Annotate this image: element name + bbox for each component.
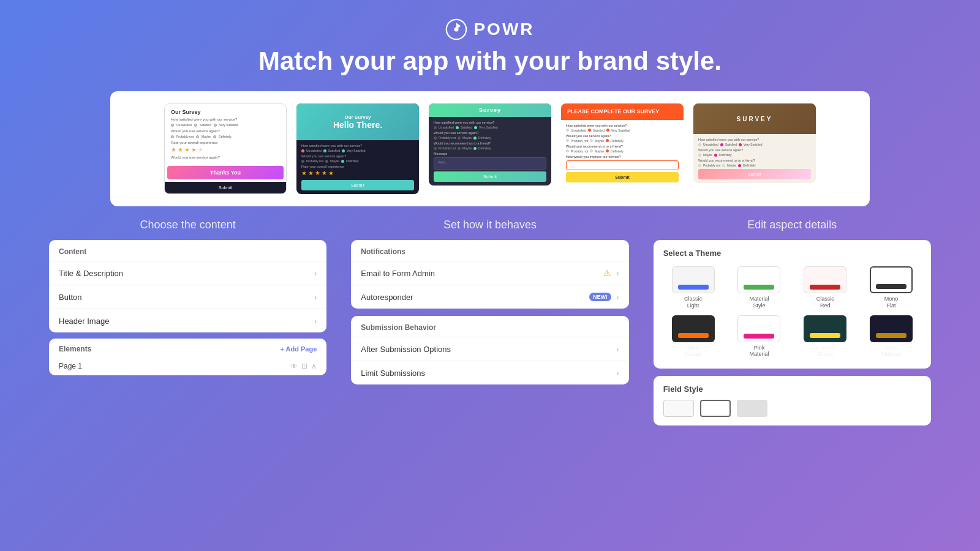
color-bar	[876, 284, 907, 289]
field-style-option-2[interactable]	[700, 400, 731, 417]
button-row[interactable]: Button ›	[49, 285, 326, 309]
field-style-options	[663, 400, 921, 417]
q1-label: How satisfied were you with our service?	[171, 118, 280, 121]
field-style-option-3[interactable]	[737, 400, 767, 417]
notifications-panel: Notifications Email to Form Admin ⚠ › Au…	[351, 240, 628, 309]
page-label: Page 1	[59, 362, 82, 370]
notifications-title: Notifications	[351, 240, 628, 261]
q1-label: How satisfied were you with our service?	[566, 124, 679, 127]
radio-dot	[566, 129, 569, 132]
radio-row: Unsatisfied Satisfied Very Satisfied	[566, 129, 679, 132]
color-bar	[744, 285, 774, 290]
radio-dot	[458, 137, 461, 140]
star: ★	[308, 170, 314, 176]
field-style-panel: Field Style	[654, 376, 931, 425]
q1-label: How satisfied were you with our service?	[698, 138, 811, 141]
after-submission-row[interactable]: After Submission Options ›	[351, 337, 628, 361]
theme-classic-red[interactable]: ClassicRed	[795, 266, 855, 309]
theme-label: DarkMaterial	[881, 345, 901, 358]
submit-button[interactable]: Submit	[698, 169, 811, 179]
autoresponder-row[interactable]: Autoresponder NEW! ›	[351, 285, 628, 309]
theme-label: ClassicLight	[684, 296, 702, 309]
autoresponder-label: Autoresponder	[361, 293, 413, 302]
radio-dot	[606, 149, 609, 152]
color-bar	[876, 333, 907, 338]
radio-dot	[325, 160, 328, 163]
copy-icon[interactable]: ⊡	[301, 362, 307, 370]
email-admin-row[interactable]: Email to Form Admin ⚠ ›	[351, 261, 628, 285]
notif-right: NEW! ›	[589, 292, 619, 302]
survey-preview-beige: SURVEY How satisfied were you with our s…	[693, 103, 816, 183]
star: ★	[322, 170, 327, 176]
radio-dot	[214, 124, 217, 127]
radio-row: Probably not Maybe Definitely	[434, 146, 546, 150]
theme-title: Select a Theme	[663, 249, 921, 258]
elements-title: Elements	[59, 345, 91, 353]
radio-dot	[456, 126, 459, 129]
content-panel: Content Title & Description › Button › H…	[49, 240, 326, 332]
limit-submissions-row[interactable]: Limit Submissions ›	[351, 361, 628, 384]
theme-mono-flat[interactable]: MonoFlat	[861, 266, 921, 309]
radio-row: Maybe Definitely	[698, 153, 811, 157]
wave-header: Our Survey Hello There.	[296, 103, 419, 140]
theme-pink-material[interactable]: PinkMaterial	[729, 315, 789, 358]
radio-dot	[301, 160, 304, 163]
chevron-icon: ›	[616, 344, 619, 354]
elements-panel: Elements + Add Page Page 1 👁 ⊡ ∧	[49, 339, 326, 375]
radio-dot	[342, 149, 345, 152]
orange-title: PLEASE COMPLETE OUR SURVEY	[567, 108, 677, 115]
radio-row: Probably not Maybe Definitely	[434, 136, 546, 140]
theme-label: MonoFlat	[884, 296, 899, 309]
radio-dot	[606, 139, 609, 142]
submit-button[interactable]: Submit	[434, 171, 546, 182]
theme-material-style[interactable]: MaterialStyle	[729, 266, 789, 309]
theme-box	[870, 266, 913, 293]
color-bar	[744, 334, 774, 339]
star-empty: ★	[198, 146, 203, 153]
msg-label: Message	[434, 152, 546, 156]
radio-row-2: Probably not Maybe Definitely	[171, 135, 280, 138]
theme-classic-green[interactable]: ClassicGreen	[795, 315, 855, 358]
q4-label: Would you use service again?	[171, 156, 280, 159]
radio-dot	[566, 139, 569, 142]
theme-classic-light[interactable]: ClassicLight	[663, 266, 723, 309]
field-style-option-1[interactable]	[663, 400, 694, 417]
radio-dot	[698, 154, 701, 157]
radio-dot	[588, 129, 591, 132]
radio-dot	[434, 147, 437, 150]
stars-row: ★ ★ ★ ★ ★	[171, 146, 280, 153]
color-bar	[810, 285, 840, 290]
card-body: How satisfied were you with our service?…	[561, 120, 684, 186]
elements-header: Elements + Add Page	[49, 339, 326, 357]
survey-preview-classic-light: Our Survey How satisfied were you with o…	[164, 103, 287, 194]
radio-dot	[301, 149, 304, 152]
theme-dark-classic[interactable]: DarkClassic	[663, 315, 723, 358]
design-col: Edit aspect details Select a Theme Class…	[654, 219, 931, 425]
submit-button[interactable]: Submit	[566, 172, 679, 182]
radio-dot	[698, 143, 701, 146]
submit-button[interactable]: Submit	[165, 182, 286, 193]
survey-preview-orange: PLEASE COMPLETE OUR SURVEY How satisfied…	[561, 103, 684, 186]
theme-box	[672, 266, 715, 293]
radio-dot	[698, 164, 701, 167]
chevron-icon: ›	[314, 292, 317, 302]
q1-label: How satisfied were you with our service?	[434, 121, 546, 124]
title-description-row[interactable]: Title & Description ›	[49, 261, 326, 285]
new-badge: NEW!	[589, 293, 611, 301]
theme-box	[804, 315, 846, 342]
submit-button[interactable]: Submit	[301, 180, 414, 190]
page-icons: 👁 ⊡ ∧	[290, 362, 317, 370]
add-page-button[interactable]: + Add Page	[281, 345, 317, 353]
survey-preview-dark-teal: Our Survey Hello There. How satisfied we…	[296, 103, 419, 194]
header-image-row[interactable]: Header Image ›	[49, 309, 326, 332]
theme-box	[672, 315, 715, 342]
radio-dot	[434, 126, 437, 129]
chevron-up-icon[interactable]: ∧	[311, 362, 317, 370]
radio-dot	[606, 129, 609, 132]
design-heading: Edit aspect details	[654, 219, 931, 231]
theme-label: PinkMaterial	[749, 345, 769, 358]
header: POWR Match your app with your brand styl…	[0, 0, 980, 76]
theme-dark-material[interactable]: DarkMaterial	[861, 315, 921, 358]
eye-icon[interactable]: 👁	[290, 362, 298, 370]
chevron-icon: ›	[314, 316, 317, 326]
